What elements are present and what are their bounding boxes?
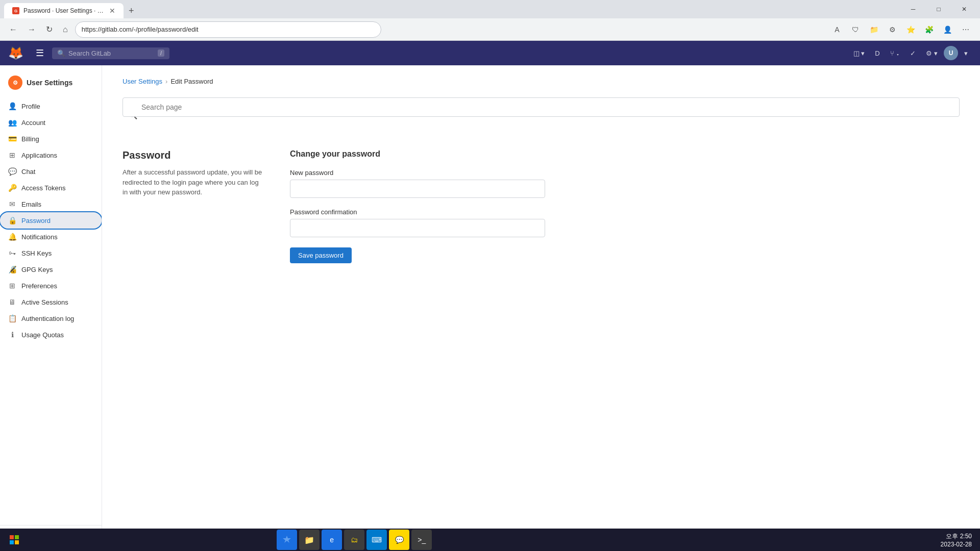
sidebar-title: User Settings: [27, 79, 72, 87]
back-button[interactable]: ←: [6, 22, 20, 37]
sidebar-item-gpg-keys[interactable]: 🔏 GPG Keys: [0, 261, 102, 278]
sidebar-item-access-tokens[interactable]: 🔑 Access Tokens: [0, 180, 102, 196]
avatar-dropdown-button[interactable]: ▾: [960, 46, 972, 60]
sidebar-item-authentication-log[interactable]: 📋 Authentication log: [0, 310, 102, 327]
gitlab-navbar: 🦊 ☰ 🔍 / ◫ ▾ D ⑂ ▾ ✓ ⚙ ▾ U ▾: [0, 41, 980, 65]
tab-close-button[interactable]: ✕: [109, 7, 115, 15]
confirm-password-group: Password confirmation: [290, 208, 545, 237]
account-icon: 👥: [8, 118, 16, 127]
sidebar-item-ssh-keys[interactable]: 🗝 SSH Keys: [0, 245, 102, 261]
help-button[interactable]: ⚙ ▾: [922, 46, 942, 60]
slash-badge: /: [158, 49, 164, 57]
clock-date: 2023-02-28: [941, 541, 972, 548]
taskbar-terminal-icon[interactable]: >_: [411, 530, 432, 550]
todos-button[interactable]: ✓: [906, 46, 920, 60]
sidebar-item-label: Password: [21, 217, 51, 224]
sidebar-item-active-sessions[interactable]: 🖥 Active Sessions: [0, 294, 102, 310]
active-sessions-icon: 🖥: [8, 298, 16, 306]
more-icon[interactable]: ⋯: [958, 21, 974, 38]
maximize-button[interactable]: □: [927, 2, 950, 16]
downloads-icon[interactable]: 📁: [866, 21, 882, 38]
authentication-log-icon: 📋: [8, 314, 16, 322]
taskbar-files-icon[interactable]: 📁: [299, 530, 320, 550]
page-content: User Settings › Edit Password 🔍 Password…: [102, 65, 980, 551]
search-wrapper: 🔍: [122, 97, 960, 133]
global-search[interactable]: 🔍 /: [52, 47, 169, 59]
minimize-button[interactable]: ─: [901, 2, 925, 16]
sidebar-item-label: SSH Keys: [21, 249, 52, 257]
toolbar-icons: A 🛡 📁 ⚙ ⭐ 🧩 👤 ⋯: [829, 21, 974, 38]
new-password-label: New password: [290, 169, 545, 177]
sidebar: ⚙ User Settings 👤 Profile 👥 Account 💳 Bi…: [0, 65, 102, 551]
hamburger-menu-button[interactable]: ☰: [32, 45, 48, 61]
sidebar-item-label: Active Sessions: [21, 298, 68, 306]
sidebar-item-billing[interactable]: 💳 Billing: [0, 131, 102, 147]
confirm-password-label: Password confirmation: [290, 208, 545, 216]
confirm-password-input[interactable]: [290, 219, 545, 237]
section-title: Password: [122, 149, 265, 161]
svg-rect-0: [10, 535, 14, 539]
sidebar-item-emails[interactable]: ✉ Emails: [0, 196, 102, 212]
sidebar-item-account[interactable]: 👥 Account: [0, 114, 102, 131]
issues-button[interactable]: ⑂ ▾: [886, 46, 904, 60]
new-tab-button[interactable]: +: [125, 4, 138, 18]
close-button[interactable]: ✕: [952, 2, 976, 16]
sidebar-item-chat[interactable]: 💬 Chat: [0, 163, 102, 180]
profile-icon[interactable]: 👤: [939, 21, 955, 38]
password-icon: 🔒: [8, 216, 16, 224]
shield-icon[interactable]: 🛡: [847, 21, 864, 38]
preferences-icon: ⊞: [8, 282, 16, 290]
active-tab[interactable]: G Password · User Settings · GitLab ✕: [4, 3, 124, 18]
sidebar-item-profile[interactable]: 👤 Profile: [0, 98, 102, 114]
svg-rect-2: [10, 540, 14, 544]
sidebar-item-label: Billing: [21, 135, 39, 143]
new-password-input[interactable]: [290, 180, 545, 198]
extensions-icon[interactable]: 🧩: [921, 21, 937, 38]
taskbar-icons: 📁 e 🗂 ⌨ 💬 >_: [277, 530, 432, 550]
favorites-icon[interactable]: ⭐: [902, 21, 919, 38]
taskbar-edge-icon[interactable]: e: [322, 530, 342, 550]
merge-requests-button[interactable]: D: [871, 46, 884, 60]
forward-button[interactable]: →: [24, 22, 39, 37]
sidebar-item-label: Applications: [21, 152, 57, 159]
home-button[interactable]: ⌂: [60, 22, 71, 37]
sidebar-item-preferences[interactable]: ⊞ Preferences: [0, 278, 102, 294]
access-tokens-icon: 🔑: [8, 184, 16, 192]
sidebar-item-applications[interactable]: ⊞ Applications: [0, 147, 102, 163]
translate-icon[interactable]: A: [829, 21, 845, 38]
user-avatar[interactable]: U: [944, 46, 958, 60]
start-button[interactable]: [4, 530, 24, 550]
new-item-button[interactable]: ◫ ▾: [849, 46, 869, 60]
sidebar-item-label: Preferences: [21, 282, 57, 290]
search-input[interactable]: [68, 49, 155, 57]
sidebar-item-usage-quotas[interactable]: ℹ Usage Quotas: [0, 327, 102, 343]
tab-favicon: G: [12, 7, 19, 14]
chat-icon: 💬: [8, 167, 16, 176]
sidebar-item-password[interactable]: 🔒 Password: [0, 212, 102, 229]
settings-icon[interactable]: ⚙: [884, 21, 900, 38]
taskbar-folder-icon[interactable]: 🗂: [344, 530, 364, 550]
search-icon: 🔍: [57, 49, 65, 57]
sidebar-item-label: Notifications: [21, 233, 58, 241]
search-page-input[interactable]: [122, 97, 960, 117]
address-bar[interactable]: https://gitlab.com/-/profile/password/ed…: [75, 21, 381, 38]
refresh-button[interactable]: ↻: [43, 21, 56, 37]
browser-titlebar: G Password · User Settings · GitLab ✕ + …: [0, 0, 980, 18]
new-password-group: New password: [290, 169, 545, 198]
app: 🦊 ☰ 🔍 / ◫ ▾ D ⑂ ▾ ✓ ⚙ ▾ U ▾ ⚙: [0, 41, 980, 551]
right-column: Change your password New password Passwo…: [290, 149, 545, 263]
taskbar-chat-icon[interactable]: 💬: [389, 530, 409, 550]
section-description: After a successful password update, you …: [122, 167, 265, 197]
sidebar-item-notifications[interactable]: 🔔 Notifications: [0, 229, 102, 245]
gpg-keys-icon: 🔏: [8, 265, 16, 273]
two-column-layout: Password After a successful password upd…: [122, 149, 960, 263]
save-password-button[interactable]: Save password: [290, 247, 352, 263]
billing-icon: 💳: [8, 135, 16, 143]
breadcrumb-parent-link[interactable]: User Settings: [122, 78, 162, 85]
taskbar-explorer-icon[interactable]: [277, 530, 297, 550]
taskbar-vscode-icon[interactable]: ⌨: [366, 530, 387, 550]
sidebar-item-label: Account: [21, 119, 45, 127]
left-column: Password After a successful password upd…: [122, 149, 265, 263]
sidebar-item-label: Chat: [21, 168, 35, 176]
taskbar-clock: 오후 2:50 2023-02-28: [937, 532, 976, 548]
